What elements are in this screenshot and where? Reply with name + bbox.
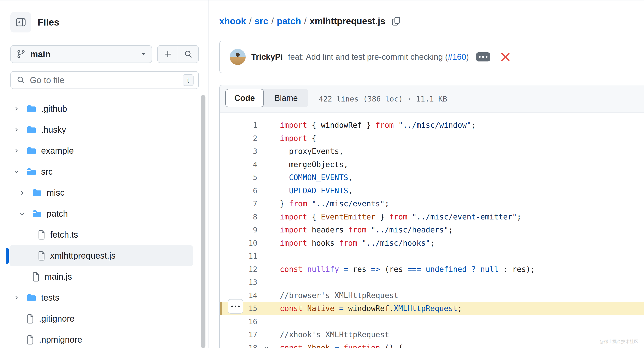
chevron-slot xyxy=(12,106,21,112)
fold-chevron-icon[interactable] xyxy=(264,345,269,348)
branch-selector[interactable]: main xyxy=(10,45,152,63)
add-file-button[interactable] xyxy=(158,46,178,63)
breadcrumb-patch-link[interactable]: patch xyxy=(277,16,301,27)
chevron-slot xyxy=(12,169,21,175)
line-number[interactable]: 2 xyxy=(220,134,257,143)
line-number[interactable]: 16 xyxy=(220,317,257,326)
code-text: //xhook's XMLHttpRequest xyxy=(280,330,389,339)
code-line-13: 13 xyxy=(220,276,644,289)
code-text: COMMON_EVENTS, xyxy=(280,173,353,182)
avatar[interactable] xyxy=(230,49,246,65)
commit-details-button[interactable] xyxy=(476,52,490,62)
tree-item-label: .gitignore xyxy=(39,314,74,323)
tree-item-label: patch xyxy=(47,209,68,219)
file-stats: 422 lines (386 loc) · 11.1 KB xyxy=(319,85,447,113)
github-file-page: { "sidebar": { "title": "Files", "branch… xyxy=(0,0,644,348)
chevron-right-icon xyxy=(14,106,19,112)
tree-item-misc[interactable]: misc xyxy=(10,182,193,203)
breadcrumb-repo-link[interactable]: xhook xyxy=(219,16,246,27)
tree-item-label: .husky xyxy=(41,125,66,135)
collapse-sidebar-button[interactable] xyxy=(10,12,31,33)
file-icon xyxy=(38,251,46,261)
file-icon xyxy=(38,230,46,240)
tree-item-patch[interactable]: patch xyxy=(10,203,193,224)
code-text: import headers from "../misc/headers"; xyxy=(280,225,453,234)
copy-path-button[interactable] xyxy=(392,17,401,26)
chevron-right-icon xyxy=(14,148,19,154)
line-number[interactable]: 18 xyxy=(220,343,257,348)
tree-item-label: .npmignore xyxy=(39,335,82,344)
line-actions-button[interactable] xyxy=(228,299,243,313)
breadcrumb-separator: / xyxy=(271,16,274,27)
chevron-down-icon xyxy=(14,169,19,175)
commit-message-text: feat: Add lint and test pre-commit check… xyxy=(288,52,448,62)
search-icon xyxy=(17,76,25,84)
line-number[interactable]: 5 xyxy=(220,173,257,182)
folder-icon-wrap xyxy=(26,126,36,134)
line-number[interactable]: 6 xyxy=(220,186,257,195)
tree-item-main.js[interactable]: main.js xyxy=(10,266,193,287)
line-number[interactable]: 9 xyxy=(220,225,257,234)
code-text: //browser's XMLHttpRequest xyxy=(280,291,398,300)
line-number[interactable]: 10 xyxy=(220,239,257,247)
line-number[interactable]: 3 xyxy=(220,147,257,156)
copy-icon xyxy=(392,17,401,26)
line-number[interactable]: 14 xyxy=(220,291,257,300)
shortcut-key-badge: t xyxy=(183,74,194,86)
line-number[interactable]: 1 xyxy=(220,121,257,129)
tab-code[interactable]: Code xyxy=(225,89,264,107)
line-number[interactable]: 8 xyxy=(220,212,257,221)
code-text: const Native = windowRef.XMLHttpRequest; xyxy=(280,304,462,313)
tree-item-tests[interactable]: tests xyxy=(10,287,193,308)
sidebar-scrollbar[interactable] xyxy=(201,95,206,348)
line-number[interactable]: 12 xyxy=(220,265,257,273)
line-number[interactable]: 17 xyxy=(220,330,257,339)
code-text: const Xhook = function () { xyxy=(280,343,403,348)
tab-blame[interactable]: Blame xyxy=(264,89,308,107)
sidebar-title: Files xyxy=(38,17,59,28)
folder-icon-wrap xyxy=(26,293,36,302)
code-line-11: 11 xyxy=(220,249,644,263)
code-text: import hooks from "../misc/hooks"; xyxy=(280,239,435,247)
code-line-9: 9import headers from "../misc/headers"; xyxy=(220,223,644,236)
line-number[interactable]: 4 xyxy=(220,160,257,169)
folder-open-icon xyxy=(26,168,36,176)
tree-item-xmlhttprequest.js[interactable]: xmlhttprequest.js xyxy=(10,245,193,266)
ellipsis-icon xyxy=(478,55,488,59)
code-line-7: 7} from "../misc/events"; xyxy=(220,197,644,210)
code-blame-tabs: Code Blame xyxy=(225,89,308,107)
checks-failed-button[interactable] xyxy=(500,52,510,62)
pr-link[interactable]: #160 xyxy=(448,52,466,62)
go-to-file-input[interactable]: Go to file t xyxy=(10,71,199,89)
latest-commit-bar: TrickyPi feat: Add lint and test pre-com… xyxy=(219,41,644,73)
tree-item-label: example xyxy=(41,146,74,156)
search-tree-button[interactable] xyxy=(178,46,198,63)
tree-item-label: tests xyxy=(41,293,59,302)
branch-name: main xyxy=(30,49,50,59)
breadcrumb-src-link[interactable]: src xyxy=(254,16,268,27)
tree-item-.husky[interactable]: .husky xyxy=(10,119,193,140)
file-icon-wrap xyxy=(26,314,34,323)
tree-item-.npmignore[interactable]: .npmignore xyxy=(10,329,193,348)
tree-item-.gitignore[interactable]: .gitignore xyxy=(10,308,193,329)
chevron-right-icon xyxy=(14,127,19,133)
code-line-2: 2import { xyxy=(220,132,644,145)
code-line-6: 6 UPLOAD_EVENTS, xyxy=(220,184,644,197)
tree-item-src[interactable]: src xyxy=(10,161,193,182)
tree-item-fetch.ts[interactable]: fetch.ts xyxy=(10,224,193,245)
file-icon-wrap xyxy=(26,335,34,344)
tree-item-.github[interactable]: .github xyxy=(10,98,193,119)
code-line-18: 18const Xhook = function () { xyxy=(220,341,644,348)
line-number[interactable]: 13 xyxy=(220,278,257,286)
commit-message[interactable]: feat: Add lint and test pre-commit check… xyxy=(288,52,469,62)
file-view-card: Code Blame 422 lines (386 loc) · 11.1 KB… xyxy=(219,85,644,348)
commit-author[interactable]: TrickyPi xyxy=(251,52,283,62)
code-line-1: 1import { windowRef } from "../misc/wind… xyxy=(220,119,644,132)
line-number[interactable]: 11 xyxy=(220,252,257,260)
ellipsis-icon xyxy=(231,305,240,307)
code-text: } from "../misc/events"; xyxy=(280,199,389,208)
line-number[interactable]: 7 xyxy=(220,199,257,208)
tree-item-example[interactable]: example xyxy=(10,140,193,161)
breadcrumb-separator: / xyxy=(304,16,307,27)
code-line-14: 14//browser's XMLHttpRequest xyxy=(220,289,644,302)
